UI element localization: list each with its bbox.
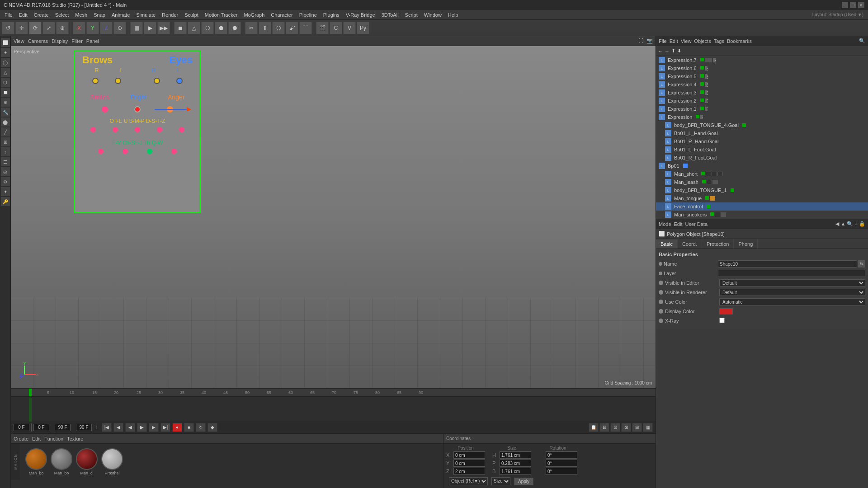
minimize-btn[interactable]: _ [842,2,848,8]
menu-render[interactable]: Render [159,11,181,19]
ph3[interactable] [135,127,140,132]
material-man-cl[interactable]: Man_cl [76,448,98,475]
left-tool-11[interactable]: ⊞ [1,137,10,146]
pos-z-field[interactable] [453,468,485,475]
obj-icon-4[interactable]: ⬇ [677,48,681,54]
obj-expression-2[interactable]: L Expression.2 ⋮ [656,97,868,105]
viewport-menu-filter[interactable]: Filter [71,38,82,44]
obj-edit[interactable]: Edit [670,38,678,44]
keyframe-btn[interactable]: ◆ [208,423,217,432]
tool-knife[interactable]: ✂ [245,22,258,34]
viewport-fit[interactable]: ⛶ [638,38,643,43]
tool-misc1[interactable]: ⊕ [56,22,69,34]
nav-left-icon[interactable]: ◀ [835,221,839,226]
obj-tongue-goal[interactable]: L body_BFB_TONGUE_4.Goal [656,121,868,129]
current-frame-field[interactable] [14,424,29,431]
mat-function[interactable]: Function [44,436,63,441]
tool-bend[interactable]: ⌒ [299,22,312,34]
frame-preview-field[interactable] [55,424,71,431]
viewport-menu-panel[interactable]: Panel [86,38,99,44]
visible-editor-select[interactable]: Default [719,279,865,286]
timeline-extra1[interactable]: ⊟ [599,423,609,432]
viewport-menu-cameras[interactable]: Cameras [28,38,48,44]
tab-phong[interactable]: Phong [734,239,758,249]
tool-render-view[interactable]: ▶ [144,22,156,34]
obj-tongue-1[interactable]: L body_BFB_TONGUE_1 [656,186,868,194]
menu-create[interactable]: Create [31,11,52,19]
props-layer-input[interactable] [718,270,865,277]
menu-plugins[interactable]: Plugins [321,11,342,19]
next-frame-btn[interactable]: ▶ [149,423,159,432]
obj-expression-7[interactable]: L Expression.7 ⋮ [656,56,868,64]
face-control-panel[interactable]: Brows Eyes R L R L [74,51,201,213]
tool-rotate[interactable]: ⟳ [29,22,42,34]
viewport-camera-icon[interactable]: 📷 [646,38,653,43]
eye-r-control[interactable] [154,78,160,84]
menu-file[interactable]: File [2,11,15,19]
left-tool-2[interactable]: ✦ [1,48,10,57]
obj-man-short[interactable]: L Man_short [656,170,868,178]
obj-expression[interactable]: L Expression ⋮ [656,113,868,121]
mode-label[interactable]: Mode [659,221,671,227]
obj-bp01[interactable]: L Bp01 [656,162,868,170]
tool-cinema-logo[interactable]: 🎬 [316,22,329,34]
mat-create[interactable]: Create [14,436,28,441]
tool-model-mode[interactable]: ◼ [174,22,187,34]
tool-selection[interactable]: ⬡ [272,22,285,34]
menu-mesh[interactable]: Mesh [72,11,90,19]
menu-help[interactable]: Help [445,11,461,19]
timeline-extra5[interactable]: ▦ [643,423,653,432]
obj-objects[interactable]: Objects [694,38,711,44]
left-tool-6[interactable]: 🔲 [1,88,10,97]
obj-view[interactable]: View [681,38,692,44]
left-tool-10[interactable]: ╱ [1,127,10,136]
obj-file[interactable]: File [659,38,667,44]
timeline-extra2[interactable]: ⊡ [610,423,620,432]
tab-basic[interactable]: Basic [656,239,678,249]
smiles-control[interactable] [102,106,108,113]
obj-man-sneakers[interactable]: L Man_sneakers [656,211,868,219]
go-end-btn[interactable]: ▶| [160,423,170,432]
close-btn[interactable]: × [858,2,864,8]
tool-obj-mode[interactable]: ⬢ [228,22,241,34]
tool-world[interactable]: ⊙ [113,22,126,34]
tool-poly-mode[interactable]: △ [188,22,200,34]
ph4[interactable] [157,127,162,132]
main-control[interactable] [134,106,141,113]
record-btn[interactable]: ● [172,423,182,432]
tool-extrude[interactable]: ⬆ [259,22,271,34]
menu-3dtoall[interactable]: 3DToAll [379,11,401,19]
rot-z-field[interactable] [546,468,577,475]
tool-undo[interactable]: ↺ [2,22,14,34]
apply-button[interactable]: Apply [514,478,533,485]
viewport-menu-display[interactable]: Display [52,38,68,44]
rot-y-field[interactable] [546,460,577,467]
ph7[interactable] [123,149,128,154]
tool-render-region[interactable]: ▦ [130,22,143,34]
play-btn[interactable]: ▶ [137,423,147,432]
stop-btn[interactable]: ■ [184,423,194,432]
menu-script[interactable]: Script [402,11,420,19]
pos-y-field[interactable] [453,460,485,467]
tool-z-axis[interactable]: Z [100,22,113,34]
left-tool-5[interactable]: ⬡ [1,78,10,87]
tool-x-axis[interactable]: X [73,22,85,34]
timeline-content[interactable] [11,397,656,421]
tool-move[interactable]: ✛ [15,22,28,34]
menu-mograph[interactable]: MoGraph [241,11,267,19]
left-tool-8[interactable]: 🔧 [1,108,10,117]
mat-edit[interactable]: Edit [32,436,41,441]
ph8[interactable] [147,149,152,154]
tab-coord[interactable]: Coord. [678,239,702,249]
obj-man-leash[interactable]: L Man_leash [656,178,868,186]
brow-r-control[interactable] [92,78,99,84]
menu-window[interactable]: Window [421,11,444,19]
obj-icon-3[interactable]: ⬆ [671,48,675,54]
maximize-btn[interactable]: □ [850,2,856,8]
nav-lock-icon[interactable]: 🔒 [859,221,865,226]
object-coord-select[interactable]: Object (Rel▼) [449,477,488,485]
ph1[interactable] [90,127,96,132]
nav-up-icon[interactable]: ▲ [841,221,846,226]
brow-l-control[interactable] [115,78,121,84]
tool-edge-mode[interactable]: ⬡ [201,22,214,34]
